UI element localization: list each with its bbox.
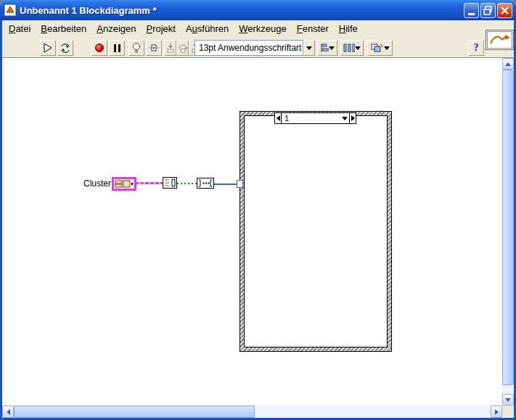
retain-wire-values-button[interactable] <box>146 40 162 56</box>
window-frame-left <box>0 20 2 420</box>
menu-item-projekt[interactable]: Projekt <box>141 21 180 37</box>
menu-accesskey: B <box>41 23 47 34</box>
menu-label: nzeigen <box>103 23 136 34</box>
window-title: Unbenannt 1 Blockdiagramm * <box>20 5 157 16</box>
font-selector-dropdown[interactable] <box>303 40 315 56</box>
convert-icon <box>197 178 214 189</box>
cluster-terminal[interactable] <box>112 177 136 191</box>
reorder-objects-button[interactable] <box>367 40 393 56</box>
dropdown-icon <box>342 117 348 120</box>
dropdown-icon <box>306 46 312 50</box>
abort-button[interactable] <box>91 40 107 56</box>
horizontal-scrollbar[interactable] <box>2 405 502 418</box>
titlebar[interactable]: Unbenannt 1 Blockdiagramm * <box>0 0 516 20</box>
block-diagram-canvas[interactable]: Cluster 1 <box>2 58 502 405</box>
unbundle-node[interactable] <box>163 177 177 192</box>
scroll-down-button[interactable] <box>502 394 514 405</box>
labview-window: Unbenannt 1 Blockdiagramm * Datei Bearbe… <box>0 0 516 420</box>
menu-item-ausfuehren[interactable]: Ausführen <box>181 21 234 37</box>
menu-item-fenster[interactable]: Fenster <box>292 21 334 37</box>
minimize-icon <box>468 13 475 15</box>
pause-icon <box>114 44 120 52</box>
vi-icon-button[interactable] <box>486 30 514 50</box>
menu-accesskey: A <box>97 23 103 34</box>
scroll-left-button[interactable] <box>2 405 14 418</box>
menu-label: ilfe <box>345 23 358 34</box>
scroll-left-icon <box>7 409 10 415</box>
increment-icon <box>351 115 355 121</box>
font-selector[interactable]: 13pt Anwendungsschriftart <box>194 40 303 56</box>
menu-label: earbeiten <box>47 23 86 34</box>
abort-icon <box>95 44 104 52</box>
menu-accesskey: u <box>192 23 197 34</box>
toolbar: 13pt Anwendungsschriftart ? <box>2 38 514 58</box>
align-objects-button[interactable] <box>317 40 337 56</box>
run-continuous-icon <box>60 44 71 53</box>
cluster-glyph-icon <box>115 180 134 188</box>
menu-label: A <box>186 23 192 34</box>
close-icon <box>500 6 509 15</box>
convert-node[interactable] <box>197 178 214 192</box>
next-frame-button[interactable] <box>349 113 356 123</box>
restore-icon <box>483 5 494 16</box>
numeric-wire[interactable] <box>214 184 239 185</box>
menu-label: erkzeuge <box>247 23 286 34</box>
align-objects-icon <box>320 43 329 53</box>
cluster-wire[interactable] <box>135 182 164 184</box>
menu-bar: Datei Bearbeiten Anzeigen Projekt Ausfüh… <box>2 20 514 38</box>
reorder-objects-icon <box>370 43 383 53</box>
cluster-label[interactable]: Cluster <box>83 178 111 189</box>
run-button[interactable] <box>40 40 56 56</box>
sequence-structure[interactable] <box>239 111 392 352</box>
pause-button[interactable] <box>109 40 125 56</box>
step-into-button[interactable] <box>164 40 176 56</box>
sequence-frame-interior[interactable] <box>244 115 388 347</box>
scroll-up-icon <box>505 62 511 66</box>
scroll-right-button[interactable] <box>491 405 502 418</box>
scroll-right-icon <box>495 409 499 415</box>
titlebar-buttons <box>464 3 512 18</box>
vertical-scrollbar[interactable] <box>502 58 514 405</box>
help-button[interactable]: ? <box>468 40 484 56</box>
run-continuous-button[interactable] <box>57 40 73 56</box>
boolean-wire[interactable] <box>177 183 198 184</box>
menu-accesskey: P <box>146 23 152 34</box>
labview-vi-icon <box>4 4 17 17</box>
step-over-button[interactable] <box>176 40 189 56</box>
frame-selector[interactable]: 1 <box>274 112 356 124</box>
frame-number: 1 <box>282 113 340 123</box>
decrement-icon <box>277 115 280 121</box>
distribute-objects-button[interactable] <box>340 40 364 56</box>
labview-logo-icon <box>487 31 512 49</box>
menu-label: rojekt <box>152 23 176 34</box>
restore-button[interactable] <box>480 3 496 18</box>
menu-item-hilfe[interactable]: Hilfe <box>334 21 363 37</box>
previous-frame-button[interactable] <box>275 113 282 123</box>
step-into-icon <box>165 43 176 53</box>
menu-item-datei[interactable]: Datei <box>4 21 36 37</box>
highlight-execution-button[interactable] <box>128 40 144 56</box>
vertical-scroll-thumb[interactable] <box>502 70 514 385</box>
highlight-execution-icon <box>131 42 142 54</box>
menu-accesskey: D <box>9 23 15 34</box>
step-over-icon <box>178 43 188 53</box>
minimize-button[interactable] <box>464 3 479 18</box>
menu-accesskey: W <box>239 23 247 34</box>
menu-label: atei <box>15 23 30 34</box>
retain-wire-values-icon <box>148 44 160 52</box>
menu-accesskey: H <box>339 23 345 34</box>
horizontal-scroll-thumb[interactable] <box>14 405 255 418</box>
scroll-down-icon <box>505 398 511 402</box>
menu-item-anzeigen[interactable]: Anzeigen <box>91 21 141 37</box>
run-icon <box>43 43 53 53</box>
scroll-up-button[interactable] <box>502 58 514 70</box>
menu-item-werkzeuge[interactable]: Werkzeuge <box>234 21 292 37</box>
frame-selector-dropdown[interactable] <box>340 117 349 120</box>
tunnel[interactable] <box>237 180 243 188</box>
menu-label: sführen <box>197 23 229 34</box>
menu-accesskey: F <box>297 23 303 34</box>
menu-item-bearbeiten[interactable]: Bearbeiten <box>36 21 91 37</box>
dropdown-icon <box>384 46 390 50</box>
menu-label: enster <box>303 23 329 34</box>
close-button[interactable] <box>497 3 512 18</box>
